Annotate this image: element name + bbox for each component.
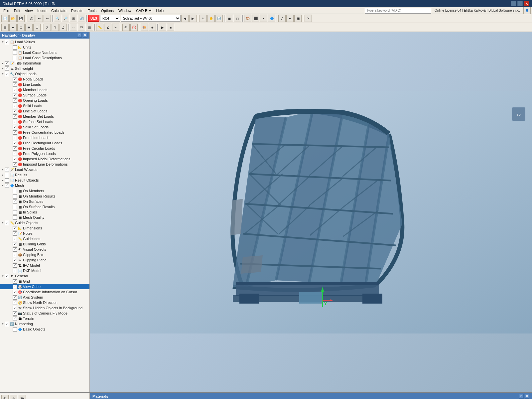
nav-item-opening-loads[interactable]: 🔴Opening Loads [0,98,89,103]
nav-item-object-loads[interactable]: ▾🔧Object Loads [0,71,89,76]
tb2-lock-y[interactable]: Y [52,24,59,31]
expand-icon-numbering[interactable]: ▾ [1,322,5,326]
nav-item-title-information[interactable]: ▸📝Title Information [0,61,89,66]
tree-check-terrain[interactable] [13,317,17,321]
menu-insert[interactable]: Insert [35,7,49,14]
tree-check-free-concentrated-loads[interactable] [13,130,17,135]
expand-icon-surface-set-loads[interactable] [9,120,13,124]
tree-check-load-case-descriptions[interactable] [13,56,17,60]
nav-item-building-grids[interactable]: ▦Building Grids [0,241,89,247]
expand-icon-on-member-results[interactable] [9,194,13,198]
tb-delete[interactable]: ✕ [305,15,312,22]
tb2-mirror[interactable]: ⊟ [86,24,93,31]
expand-icon-in-solids[interactable] [9,210,13,214]
nav-item-line-set-loads[interactable]: 🔴Line Set Loads [0,108,89,114]
expand-icon-clipping-plane[interactable] [9,258,13,262]
nav-item-show-hidden-objects[interactable]: 👁Show Hidden Objects in Background [0,305,89,311]
tb-open[interactable]: 📂 [9,15,17,22]
nav-item-free-concentrated-loads[interactable]: 🔴Free Concentrated Loads [0,130,89,135]
nav-bottom-icon1[interactable]: 👁 [1,395,9,399]
nav-item-member-loads[interactable]: 🔴Member Loads [0,87,89,92]
expand-icon-building-grids[interactable] [9,242,13,246]
expand-icon-free-rectangular-loads[interactable] [9,141,13,145]
expand-icon-imposed-line-deformations[interactable] [9,162,13,166]
expand-icon-nodal-loads[interactable] [9,77,13,81]
nav-bottom-icon2[interactable]: ⊙ [10,395,17,399]
menu-cad-bim[interactable]: CAD-BIM [134,7,153,14]
nav-item-mesh[interactable]: ▾🔷Mesh [0,183,89,188]
expand-icon-terrain[interactable] [9,317,13,321]
tb-prev-case[interactable]: ◀ [181,15,189,22]
nav-item-status-camera-fly[interactable]: 📷Status of Camera Fly Mode [0,311,89,316]
nav-item-surface-set-loads[interactable]: 🔴Surface Set Loads [0,119,89,124]
expand-icon-show-north-direction[interactable] [9,301,13,305]
tree-check-axis-system[interactable] [13,295,17,300]
tb-rotate-view[interactable]: 🔃 [215,15,223,22]
tree-check-on-members[interactable] [13,189,17,193]
expand-icon-opening-loads[interactable] [9,98,13,102]
nav-item-solid-set-loads[interactable]: 🔴Solid Set Loads [0,124,89,130]
tb-redo[interactable]: ↪ [44,15,51,22]
tree-check-view-cube[interactable] [13,285,17,289]
nav-item-notes[interactable]: 📝Notes [0,231,89,236]
nav-item-free-circular-loads[interactable]: 🔴Free Circular Loads [0,146,89,151]
nav-item-mesh-quality[interactable]: ▦Mesh Quality [0,215,89,220]
tree-check-free-polygon-loads[interactable] [13,152,17,156]
expand-icon-solid-set-loads[interactable] [9,125,13,129]
tb-zoom-in[interactable]: 🔍 [54,15,61,22]
tree-check-self-weight[interactable] [5,66,9,71]
expand-icon-load-wizards[interactable]: ▸ [1,168,5,172]
expand-icon-guide-objects[interactable]: ▾ [1,221,5,225]
nav-item-general[interactable]: ▾⚙General [0,273,89,279]
tree-check-guidelines[interactable] [13,237,17,241]
nav-item-units[interactable]: 📐Units [0,45,89,50]
tb-wireframe[interactable]: ◻ [234,15,241,22]
maximize-button[interactable]: □ [517,1,523,6]
nav-item-results[interactable]: ▸📊Results [0,172,89,178]
expand-icon-dimensions[interactable] [9,226,13,230]
tb2-lock-x[interactable]: X [44,24,51,31]
expand-icon-clipping-box[interactable] [9,253,13,257]
tree-check-show-north-direction[interactable] [13,301,17,305]
expand-icon-result-objects[interactable]: ▸ [1,178,5,182]
tree-check-load-case-numbers[interactable] [13,51,17,55]
nav-item-load-wizards[interactable]: ▸🪄Load Wizards [0,167,89,172]
nav-item-free-line-loads[interactable]: 🔴Free Line Loads [0,135,89,140]
nav-close-btn[interactable]: ✕ [83,33,87,38]
tree-check-building-grids[interactable] [13,242,17,246]
expand-icon-free-polygon-loads[interactable] [9,152,13,156]
expand-icon-notes[interactable] [9,231,13,235]
nav-item-result-objects[interactable]: ▸📊Result Objects [0,178,89,183]
nav-item-load-case-descriptions[interactable]: 📋Load Case Descriptions [0,55,89,61]
materials-close-btn[interactable]: ✕ [525,394,529,399]
expand-icon-results[interactable]: ▸ [1,173,5,177]
nav-item-line-loads[interactable]: 🔴Line Loads [0,82,89,87]
expand-icon-dxf-model[interactable] [9,269,13,273]
menu-options[interactable]: Options [99,7,116,14]
tree-check-coordinate-info[interactable] [13,290,17,294]
tree-check-imposed-nodal-deformations[interactable] [13,157,17,161]
nav-item-on-surface-results[interactable]: ▦On Surface Results [0,204,89,209]
expand-icon-grid[interactable] [9,279,13,283]
tb2-hide[interactable]: 🚫 [130,24,138,31]
tree-check-free-line-loads[interactable] [13,136,17,140]
tree-check-object-loads[interactable] [5,72,9,76]
tb2-angle[interactable]: ∠ [104,24,111,31]
tb-rc4-select[interactable]: RC4 [100,15,120,22]
tree-check-status-camera-fly[interactable] [13,311,17,316]
nav-item-view-cube[interactable]: 🎲View Cube [0,284,89,289]
nav-item-guidelines[interactable]: 📏Guidelines [0,236,89,241]
menu-view[interactable]: View [23,7,35,14]
expand-icon-self-weight[interactable]: ▸ [1,66,5,70]
menu-results[interactable]: Results [69,7,85,14]
tb2-measure[interactable]: 📏 [96,24,103,31]
nav-item-free-rectangular-loads[interactable]: 🔴Free Rectangular Loads [0,140,89,146]
close-button[interactable]: ✕ [524,1,529,6]
expand-icon-axis-system[interactable] [9,295,13,299]
tb2-copy-obj[interactable]: ⧉ [78,24,85,31]
nav-item-self-weight[interactable]: ▸⚖Self-weight [0,66,89,71]
tb-move[interactable]: ✋ [207,15,215,22]
tb2-section[interactable]: ✂ [112,24,119,31]
tree-check-in-solids[interactable] [13,210,17,214]
tree-check-on-surfaces[interactable] [13,200,17,204]
